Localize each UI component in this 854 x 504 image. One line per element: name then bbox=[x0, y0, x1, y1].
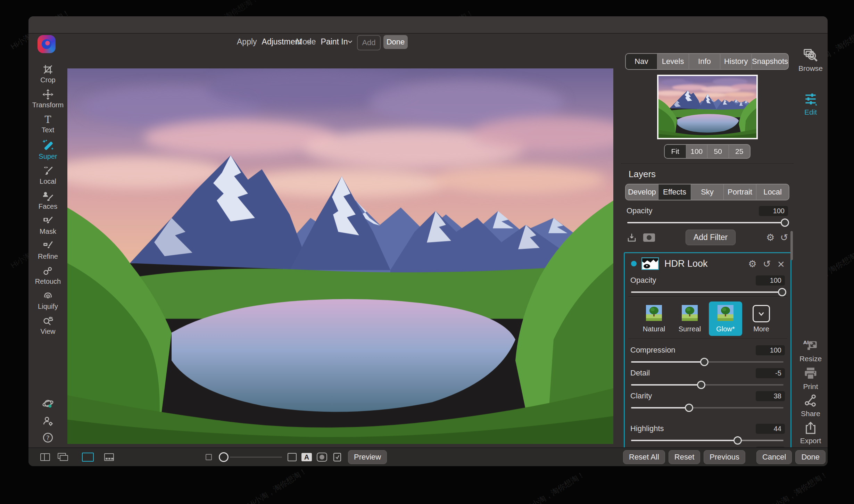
soft-proof-checkbox[interactable] bbox=[206, 454, 212, 460]
mode-chevron-down-icon[interactable] bbox=[346, 38, 354, 46]
done-button[interactable]: Done bbox=[795, 450, 826, 464]
tool-crop[interactable]: Crop bbox=[28, 64, 67, 84]
show-mask-icon[interactable] bbox=[317, 453, 327, 462]
compare-view-icon[interactable] bbox=[288, 453, 297, 461]
opacity-value[interactable]: 100 bbox=[756, 275, 785, 286]
resize-button[interactable]: AI Resize bbox=[794, 338, 828, 363]
slider-value[interactable]: 100 bbox=[756, 345, 785, 355]
slider-knob[interactable] bbox=[700, 358, 708, 366]
sync-status-button[interactable] bbox=[28, 398, 67, 412]
soft-proof-doc-icon[interactable] bbox=[332, 452, 342, 462]
tab-sky[interactable]: Sky bbox=[691, 184, 724, 200]
print-button[interactable]: Print bbox=[794, 366, 828, 391]
nav-thumbnail[interactable] bbox=[657, 75, 758, 139]
mask-preview-icon[interactable] bbox=[643, 233, 655, 242]
tool-liquify[interactable]: Liquify bbox=[28, 290, 67, 311]
tool-label: Liquify bbox=[28, 303, 67, 311]
hdr-look-header[interactable]: HDR Look ⚙ ↺ × bbox=[628, 255, 787, 273]
account-settings-button[interactable] bbox=[28, 415, 67, 428]
slider-knob[interactable] bbox=[697, 381, 705, 389]
zoom-25[interactable]: 25 bbox=[729, 145, 750, 158]
tool-local[interactable]: Local bbox=[28, 165, 67, 185]
slider-knob[interactable] bbox=[733, 436, 742, 445]
tool-mask[interactable]: Mask bbox=[28, 215, 67, 236]
slider-track[interactable] bbox=[631, 440, 783, 441]
import-preset-icon[interactable] bbox=[627, 232, 637, 243]
zoom-50[interactable]: 50 bbox=[707, 145, 729, 158]
left-tool-rail: Crop Transform T Text bbox=[28, 34, 67, 448]
preset-natural[interactable]: Natural bbox=[637, 301, 671, 336]
hdr-reset-icon[interactable]: ↺ bbox=[763, 259, 771, 268]
preset-more[interactable]: More bbox=[745, 301, 778, 336]
edit-mode-button[interactable]: Edit bbox=[794, 91, 828, 116]
slider-knob[interactable] bbox=[778, 288, 786, 296]
add-filter-button[interactable]: Add Filter bbox=[686, 230, 736, 245]
preview-zoom-knob[interactable] bbox=[219, 452, 229, 462]
tab-snapshots[interactable]: Snapshots bbox=[752, 54, 788, 69]
browse-mode-button[interactable]: Browse bbox=[794, 48, 828, 73]
tab-effects[interactable]: Effects bbox=[658, 184, 691, 200]
tab-history[interactable]: History bbox=[720, 54, 752, 69]
resize-ai-icon: AI bbox=[803, 338, 819, 353]
dual-display-icon[interactable] bbox=[58, 453, 68, 461]
preset-label: Natural bbox=[637, 325, 671, 333]
photo-canvas[interactable] bbox=[67, 68, 613, 444]
slider-track[interactable] bbox=[631, 361, 783, 363]
show-original-icon[interactable]: A bbox=[301, 453, 312, 461]
slider-track[interactable] bbox=[631, 384, 783, 386]
preview-button[interactable]: Preview bbox=[348, 450, 387, 464]
tool-text[interactable]: T Text bbox=[28, 114, 67, 134]
tool-refine[interactable]: Refine bbox=[28, 240, 67, 261]
zoom-fit[interactable]: Fit bbox=[665, 145, 686, 158]
tab-info[interactable]: Info bbox=[689, 54, 721, 69]
share-button[interactable]: Share bbox=[794, 394, 828, 418]
right-panel: Nav Levels Info History Snapshots Fit 10… bbox=[621, 33, 794, 448]
preview-zoom-track[interactable] bbox=[230, 457, 282, 457]
effects-reset-icon[interactable]: ↺ bbox=[780, 233, 788, 242]
tool-super[interactable]: Super bbox=[28, 139, 67, 160]
slider-knob[interactable] bbox=[685, 404, 693, 412]
print-icon bbox=[803, 366, 818, 381]
effects-gear-icon[interactable]: ⚙ bbox=[766, 233, 774, 242]
slider-value[interactable]: 38 bbox=[756, 391, 785, 401]
opacity-value[interactable]: 100 bbox=[759, 206, 788, 216]
slider-track[interactable] bbox=[631, 291, 783, 293]
previous-button[interactable]: Previous bbox=[704, 450, 745, 464]
panel-scrollbar[interactable] bbox=[790, 231, 793, 260]
detail-view-icon[interactable] bbox=[82, 453, 94, 462]
hdr-look-thumbnail-icon bbox=[641, 257, 659, 270]
slider-track[interactable] bbox=[631, 407, 783, 408]
reset-button[interactable]: Reset bbox=[669, 450, 700, 464]
reset-all-button[interactable]: Reset All bbox=[623, 450, 665, 464]
tab-nav[interactable]: Nav bbox=[626, 54, 657, 69]
zoom-100[interactable]: 100 bbox=[686, 145, 708, 158]
tool-view[interactable]: View bbox=[28, 315, 67, 336]
slider-value[interactable]: 44 bbox=[756, 424, 785, 434]
help-button[interactable]: ? bbox=[28, 432, 67, 445]
done-button-top[interactable]: Done bbox=[383, 35, 408, 49]
tool-transform[interactable]: Transform bbox=[28, 89, 67, 109]
retouch-icon bbox=[42, 265, 54, 277]
tab-develop[interactable]: Develop bbox=[626, 184, 658, 200]
tab-local[interactable]: Local bbox=[756, 184, 789, 200]
tab-levels[interactable]: Levels bbox=[657, 54, 689, 69]
module-tabs: Develop Effects Sky Portrait Local bbox=[625, 184, 789, 200]
filmstrip-view-icon[interactable] bbox=[104, 453, 114, 461]
single-view-icon[interactable] bbox=[40, 453, 50, 461]
window-titlebar[interactable] bbox=[28, 16, 828, 34]
tool-retouch[interactable]: Retouch bbox=[28, 265, 67, 286]
export-button[interactable]: Export bbox=[794, 421, 828, 445]
slider-track[interactable] bbox=[627, 222, 787, 223]
slider-value[interactable]: -5 bbox=[756, 368, 785, 378]
cancel-button[interactable]: Cancel bbox=[756, 450, 792, 464]
filter-enabled-dot[interactable] bbox=[631, 261, 637, 266]
add-button[interactable]: Add bbox=[357, 35, 381, 50]
hdr-gear-icon[interactable]: ⚙ bbox=[748, 259, 757, 268]
slider-knob[interactable] bbox=[781, 218, 789, 227]
preset-glow[interactable]: Glow* bbox=[709, 301, 742, 336]
tab-portrait[interactable]: Portrait bbox=[724, 184, 756, 200]
hdr-close-icon[interactable]: × bbox=[777, 259, 785, 268]
tool-faces[interactable]: Faces bbox=[28, 190, 67, 210]
mode-dropdown[interactable]: Mode Paint In bbox=[296, 34, 348, 50]
preset-surreal[interactable]: Surreal bbox=[673, 301, 706, 336]
